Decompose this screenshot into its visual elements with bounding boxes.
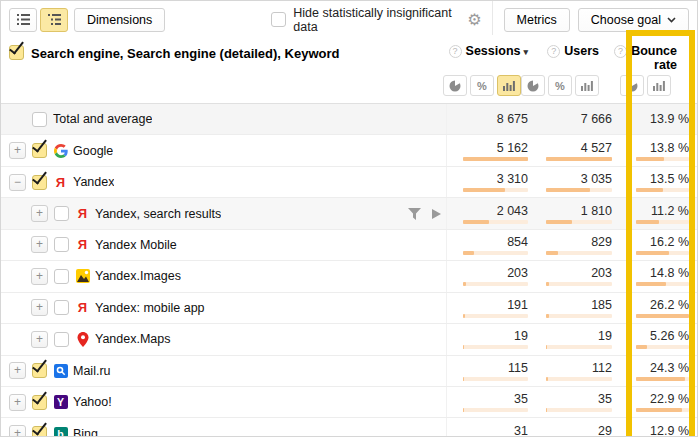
row-label[interactable]: Yandex.Images <box>95 269 181 283</box>
bounce-rate-bar <box>636 220 689 224</box>
bar-chart-toggle[interactable] <box>575 75 599 96</box>
percent-toggle[interactable] <box>548 75 572 96</box>
bounce-rate-value: 13.8 % <box>650 141 689 155</box>
expand-button[interactable]: + <box>31 268 48 285</box>
percent-icon <box>555 79 565 93</box>
table-row: + Я Yandex Mobile 854 829 16.2 % <box>1 229 697 260</box>
row-label[interactable]: Yandex Mobile <box>95 238 177 252</box>
bounce-rate-value: 13.5 % <box>650 172 689 186</box>
table-header: Search engine, Search engine (detailed),… <box>1 35 697 104</box>
sessions-bar <box>463 220 528 224</box>
row-label[interactable]: Google <box>73 144 113 158</box>
table-row: − Я Yandex 3 310 3 035 13.5 % <box>1 166 697 197</box>
dimensions-title: Search engine, Search engine (detailed),… <box>31 45 339 61</box>
row-label[interactable]: Yandex: mobile app <box>95 301 205 315</box>
users-value: 4 527 <box>581 141 612 155</box>
pie-chart-toggle[interactable] <box>521 75 545 96</box>
pie-icon <box>449 80 461 92</box>
users-bar <box>546 345 612 349</box>
yandex-icon: Я <box>75 300 90 315</box>
row-checkbox[interactable] <box>32 395 47 410</box>
expand-button[interactable]: + <box>31 299 48 316</box>
row-actions <box>408 208 446 220</box>
sessions-cell: 35 <box>446 387 535 417</box>
row-label[interactable]: Yandex <box>73 175 114 189</box>
row-label[interactable]: Yahoo! <box>73 395 112 409</box>
row-label[interactable]: Bing <box>73 427 98 437</box>
row-checkbox[interactable] <box>32 426 47 437</box>
sessions-column-label[interactable]: Sessions <box>466 44 528 58</box>
row-label[interactable]: Yandex, search results <box>95 207 221 221</box>
row-checkbox[interactable] <box>32 143 47 158</box>
row-checkbox[interactable] <box>54 332 69 347</box>
row-checkbox[interactable] <box>54 269 69 284</box>
users-bar <box>546 251 612 255</box>
column-header-users: Users <box>535 35 617 103</box>
filter-icon[interactable] <box>408 208 421 220</box>
chevron-down-icon <box>667 17 676 23</box>
sessions-value: 31 <box>514 424 528 437</box>
pie-chart-toggle[interactable] <box>443 75 467 96</box>
expand-button[interactable]: + <box>9 362 26 379</box>
percent-toggle[interactable] <box>470 75 494 96</box>
sessions-display-toggles <box>443 75 521 96</box>
expand-button[interactable]: + <box>9 425 26 437</box>
row-name-cell: + Я Yandex: mobile app <box>1 293 446 323</box>
users-cell: 4 527 <box>535 135 617 165</box>
expand-button[interactable]: + <box>9 394 26 411</box>
help-icon[interactable] <box>547 45 560 58</box>
yandex-icon: Я <box>75 206 90 221</box>
row-checkbox[interactable] <box>32 363 47 378</box>
hide-insignificant-label[interactable]: Hide statistically insignificant data <box>293 6 457 34</box>
expand-button[interactable]: − <box>9 174 26 191</box>
choose-goal-button[interactable]: Choose goal <box>578 8 689 32</box>
table-row: + Я Yandex: mobile app 191 185 26.2 % <box>1 292 697 323</box>
expand-button[interactable]: + <box>31 205 48 222</box>
sessions-value: 854 <box>507 235 528 249</box>
row-label[interactable]: Total and average <box>53 112 152 126</box>
row-label[interactable]: Mail.ru <box>73 364 111 378</box>
bounce-rate-value: 13.9 % <box>650 112 689 126</box>
users-value: 29 <box>598 424 612 437</box>
tree-view-icon[interactable] <box>40 8 68 32</box>
select-all-checkbox[interactable] <box>9 45 24 60</box>
pie-chart-toggle[interactable] <box>620 75 644 96</box>
sessions-bar <box>463 345 528 349</box>
row-label[interactable]: Yandex.Maps <box>95 332 171 346</box>
choose-goal-label: Choose goal <box>591 13 661 27</box>
bounce-rate-value: 12.9 % <box>650 424 689 437</box>
expand-button[interactable]: + <box>9 142 26 159</box>
expand-button[interactable]: + <box>31 331 48 348</box>
hide-insignificant-checkbox[interactable] <box>271 12 286 27</box>
sessions-cell: 31 <box>446 418 535 437</box>
table-row: + Я Yandex, search results 2 043 1 810 1… <box>1 197 697 228</box>
sessions-value: 191 <box>507 298 528 312</box>
dimensions-button[interactable]: Dimensions <box>74 8 165 32</box>
help-icon[interactable] <box>614 45 627 58</box>
users-bar <box>546 282 612 286</box>
play-icon[interactable] <box>430 208 442 220</box>
bing-icon: b <box>53 426 68 437</box>
row-checkbox[interactable] <box>54 237 69 252</box>
bounce-rate-value: 11.2 % <box>651 204 689 218</box>
table-row: + b Bing 31 29 12.9 % <box>1 417 697 437</box>
gear-icon[interactable]: ⚙ <box>467 12 481 28</box>
row-checkbox[interactable] <box>54 300 69 315</box>
help-icon[interactable] <box>449 45 462 58</box>
users-cell: 19 <box>535 324 617 354</box>
users-cell: 7 666 <box>535 104 617 134</box>
sessions-value: 115 <box>508 361 528 375</box>
bar-chart-toggle[interactable] <box>497 75 521 96</box>
row-checkbox[interactable] <box>32 175 47 190</box>
row-checkbox[interactable] <box>54 206 69 221</box>
sessions-value: 3 310 <box>497 172 528 186</box>
expand-button[interactable]: + <box>31 236 48 253</box>
bounce-rate-cell: 13.5 % <box>617 167 697 197</box>
bounce-rate-column-label[interactable]: Bounce rate <box>631 44 677 73</box>
users-column-label[interactable]: Users <box>564 44 599 58</box>
row-checkbox[interactable] <box>32 112 47 127</box>
list-view-icon[interactable] <box>9 8 37 32</box>
sessions-value: 19 <box>514 329 528 343</box>
bar-chart-toggle[interactable] <box>647 75 671 96</box>
metrics-button[interactable]: Metrics <box>504 8 570 32</box>
